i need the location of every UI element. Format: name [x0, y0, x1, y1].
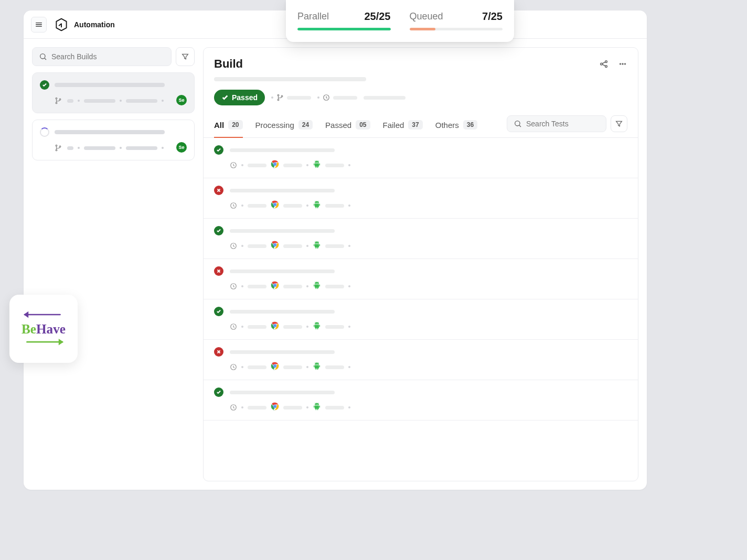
svg-point-8	[56, 145, 57, 146]
svg-point-42	[317, 202, 318, 202]
chrome-icon	[271, 200, 279, 211]
selenium-badge: Se	[176, 142, 187, 153]
svg-point-20	[278, 99, 279, 101]
svg-text:BeHave: BeHave	[22, 322, 66, 336]
status-pill: Passed	[214, 90, 265, 105]
test-row[interactable]	[204, 219, 638, 259]
android-icon	[313, 160, 321, 170]
filter-tests-button[interactable]	[611, 115, 627, 132]
svg-line-45	[315, 201, 315, 201]
tab-passed[interactable]: Passed05	[325, 115, 370, 138]
build-title-placeholder	[55, 83, 165, 87]
build-title: Build	[214, 57, 243, 71]
svg-rect-98	[314, 405, 314, 407]
svg-rect-44	[319, 203, 320, 206]
svg-point-41	[316, 202, 316, 202]
test-title-placeholder	[230, 148, 335, 152]
branch-icon	[276, 94, 284, 101]
test-row[interactable]	[204, 138, 638, 178]
svg-point-5	[56, 98, 57, 99]
svg-point-17	[622, 63, 624, 65]
svg-point-29	[274, 163, 276, 165]
svg-rect-55	[319, 244, 320, 246]
chrome-icon	[271, 362, 279, 372]
test-row[interactable]	[204, 340, 638, 380]
tab-count-badge: 24	[298, 120, 313, 130]
test-row[interactable]	[204, 299, 638, 340]
tab-failed[interactable]: Failed37	[383, 115, 423, 138]
svg-point-51	[274, 244, 276, 246]
svg-point-16	[620, 63, 621, 65]
x-circle-icon	[214, 186, 223, 195]
search-tests-input[interactable]	[526, 120, 600, 128]
svg-point-74	[316, 323, 316, 324]
svg-point-97	[317, 404, 318, 404]
more-icon[interactable]	[618, 59, 627, 69]
svg-point-9	[56, 149, 57, 151]
search-builds-input-wrap[interactable]	[32, 47, 172, 66]
hamburger-menu-button[interactable]	[31, 17, 47, 33]
svg-point-86	[317, 363, 318, 364]
tests-list	[204, 138, 638, 481]
stat-label: Queued	[410, 11, 443, 22]
stats-card: Parallel 25/25 Queued 7/25	[286, 0, 514, 42]
tab-all[interactable]: All20	[214, 115, 243, 138]
share-icon[interactable]	[599, 59, 609, 69]
svg-line-100	[315, 403, 315, 403]
stat-value: 7/25	[482, 10, 503, 23]
app-title: Automation	[74, 20, 115, 29]
x-circle-icon	[214, 266, 223, 276]
svg-line-24	[519, 125, 521, 126]
logo-icon	[54, 17, 69, 32]
svg-point-53	[317, 242, 318, 243]
svg-point-3	[40, 54, 45, 59]
svg-line-56	[315, 241, 315, 242]
svg-rect-65	[314, 284, 314, 286]
svg-line-89	[315, 362, 315, 363]
build-card[interactable]: Se	[32, 120, 195, 160]
svg-point-30	[316, 161, 316, 162]
check-circle-icon	[214, 145, 223, 155]
tab-processing[interactable]: Processing24	[255, 115, 313, 138]
test-row[interactable]	[204, 178, 638, 219]
tab-label: Processing	[255, 121, 294, 130]
branch-icon	[55, 144, 62, 152]
svg-point-64	[317, 283, 318, 283]
chrome-icon	[271, 241, 279, 251]
search-builds-input[interactable]	[51, 52, 165, 61]
selenium-badge: Se	[176, 95, 187, 105]
behave-logo-card: BeHave	[9, 295, 78, 363]
tab-label: Others	[435, 121, 459, 130]
status-pill-label: Passed	[232, 93, 258, 102]
spinner-icon	[40, 127, 49, 137]
android-icon	[313, 281, 321, 292]
svg-line-101	[318, 403, 319, 403]
svg-point-75	[317, 323, 318, 324]
svg-line-78	[315, 322, 315, 322]
svg-point-63	[316, 283, 316, 283]
check-circle-icon	[214, 226, 223, 235]
check-circle-icon	[214, 387, 223, 397]
tab-label: All	[214, 121, 224, 130]
android-icon	[313, 362, 321, 372]
tab-count-badge: 20	[228, 120, 242, 130]
test-row[interactable]	[204, 259, 638, 299]
svg-point-23	[515, 121, 520, 125]
build-card[interactable]: Se	[32, 72, 195, 113]
search-tests-input-wrap[interactable]	[507, 115, 606, 132]
filter-builds-button[interactable]	[176, 47, 195, 66]
svg-point-85	[316, 363, 316, 364]
filter-icon	[615, 120, 623, 128]
svg-rect-66	[319, 284, 320, 286]
test-title-placeholder	[230, 189, 335, 192]
test-row[interactable]	[204, 380, 638, 421]
tab-others[interactable]: Others36	[435, 115, 477, 138]
search-icon	[514, 120, 522, 128]
svg-rect-77	[319, 325, 320, 327]
svg-point-31	[317, 161, 318, 162]
svg-rect-33	[319, 163, 320, 165]
svg-rect-32	[314, 163, 314, 165]
svg-point-6	[56, 102, 57, 104]
builds-sidebar: Se	[32, 47, 195, 481]
stat-value: 25/25	[364, 10, 390, 23]
